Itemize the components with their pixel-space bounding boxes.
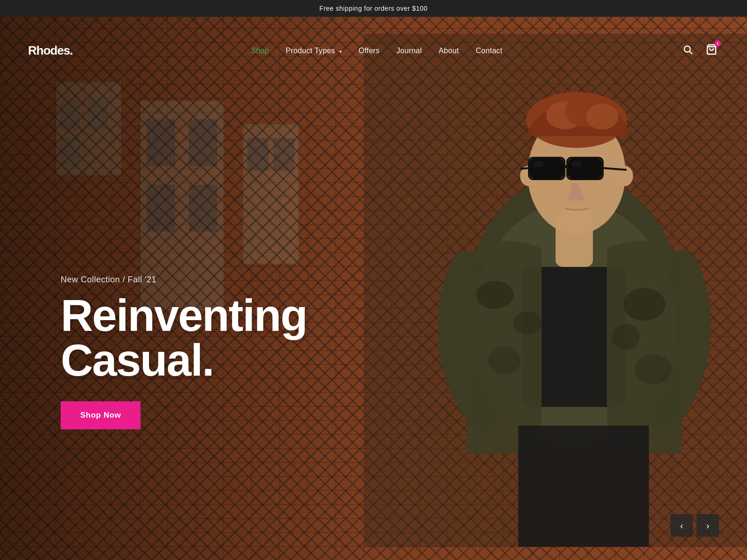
hero-title-line2: Casual. [61, 335, 213, 385]
cart-badge: 1 [714, 40, 721, 47]
nav-item-contact[interactable]: Contact [476, 47, 502, 55]
nav-link-about[interactable]: About [439, 47, 459, 55]
svg-point-10 [612, 324, 640, 350]
svg-point-18 [586, 104, 619, 130]
nav-item-offers[interactable]: Offers [359, 47, 380, 55]
hero-subtitle: New Collection / Fall '21 [61, 275, 307, 285]
nav-item-journal[interactable]: Journal [396, 47, 422, 55]
search-icon [683, 44, 693, 55]
slider-prev-button[interactable]: ‹ [670, 514, 693, 537]
svg-rect-29 [572, 161, 581, 167]
svg-line-1 [690, 51, 692, 54]
hero-title: Reinventing Casual. [61, 293, 307, 383]
svg-point-7 [476, 281, 514, 309]
search-button[interactable] [681, 42, 695, 59]
announcement-text: Free shipping for orders over $100 [319, 5, 428, 12]
nav-item-shop[interactable]: Shop [251, 47, 269, 55]
logo[interactable]: Rhodes. [28, 43, 73, 58]
hero-section: Rhodes. Shop Product Types ▾ Offers Jour… [0, 17, 747, 560]
hero-person [364, 34, 747, 547]
svg-line-26 [521, 168, 529, 169]
svg-point-11 [488, 346, 521, 374]
svg-rect-30 [518, 426, 649, 547]
hero-title-line1: Reinventing [61, 290, 307, 340]
nav-link-journal[interactable]: Journal [396, 47, 422, 55]
nav-item-product-types[interactable]: Product Types ▾ [286, 47, 342, 55]
nav-links: Shop Product Types ▾ Offers Journal Abou… [251, 47, 502, 55]
svg-point-9 [623, 288, 665, 321]
slider-next-button[interactable]: › [697, 514, 719, 537]
navbar: Rhodes. Shop Product Types ▾ Offers Jour… [0, 34, 747, 68]
nav-link-shop[interactable]: Shop [251, 47, 269, 55]
nav-icons: 1 [681, 42, 719, 59]
nav-item-about[interactable]: About [439, 47, 459, 55]
cart-button[interactable]: 1 [704, 42, 719, 59]
svg-point-8 [514, 311, 542, 335]
svg-rect-28 [534, 161, 543, 167]
nav-link-product-types[interactable]: Product Types ▾ [286, 47, 342, 55]
nav-link-offers[interactable]: Offers [359, 47, 380, 55]
shop-now-button[interactable]: Shop Now [61, 401, 141, 429]
slider-navigation: ‹ › [670, 514, 719, 537]
svg-point-12 [635, 355, 672, 385]
nav-link-contact[interactable]: Contact [476, 47, 502, 55]
product-types-dropdown-arrow: ▾ [339, 49, 342, 54]
hero-content: New Collection / Fall '21 Reinventing Ca… [61, 275, 307, 429]
announcement-bar: Free shipping for orders over $100 [0, 0, 747, 17]
person-svg [364, 34, 747, 547]
